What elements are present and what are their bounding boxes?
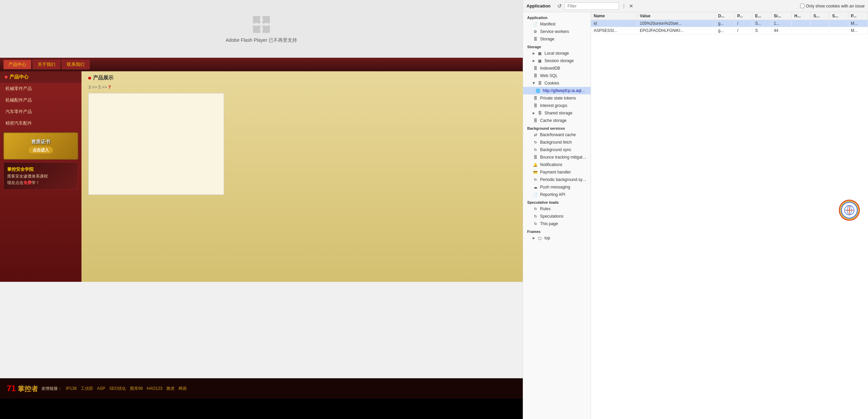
col-name[interactable]: Name <box>591 12 637 20</box>
col-p[interactable]: P... <box>734 12 752 20</box>
sidebar-dot <box>5 76 7 78</box>
footer-link-hao123[interactable]: HAO123 <box>147 386 162 391</box>
col-d[interactable]: D... <box>715 12 734 20</box>
nav-section-storage: Storage <box>523 43 591 50</box>
nav-section-application: Application <box>523 14 591 20</box>
nav-item-service-workers[interactable]: ⚙ Service workers <box>523 28 591 35</box>
table-row[interactable]: ASPSESSI... EPOJFAODHLFGNIKI... g... / S… <box>591 27 868 34</box>
manifest-label: Manifest <box>540 22 555 26</box>
ad-line1: 掌控安全学院 <box>7 166 74 173</box>
nav-item-payment-handler[interactable]: 💳 Payment handler <box>523 168 591 176</box>
friend-links-label: 友情链接： <box>41 386 62 391</box>
col-h[interactable]: H... <box>792 12 811 20</box>
nav-item-back-forward[interactable]: ⇄ Back/forward cache <box>523 131 591 139</box>
filter-input[interactable] <box>565 2 619 10</box>
ad-box[interactable]: 掌控安全学院 黑客安全渗透体系课程 现在点击免费学！ <box>3 162 78 190</box>
col-s2[interactable]: S... <box>829 12 848 20</box>
footer-link-ip138[interactable]: IP138 <box>66 386 76 391</box>
top-expand: ▶ <box>533 236 535 240</box>
nav-item-indexeddb[interactable]: 🗄 IndexedDB <box>523 65 591 72</box>
nav-item-periodic-bg-sync[interactable]: ↻ Periodic background sync <box>523 176 591 183</box>
private-state-label: Private state tokens <box>540 96 576 101</box>
cert-btn[interactable]: 点击进入 <box>29 147 53 153</box>
cookies-url-label: http://g8wepfcp.ia.aqlab.c... <box>543 88 587 93</box>
manifest-icon: 📄 <box>533 21 538 27</box>
speculations-icon: ↻ <box>533 214 538 219</box>
footer-link-asp[interactable]: ASP <box>97 386 105 391</box>
footer-link-seo[interactable]: SEO优化 <box>109 386 126 391</box>
devtools-header: Application ↺ ⋮ ✕ Only show cookies with… <box>523 0 868 12</box>
nav-item-cache-storage[interactable]: 🗄 Cache storage <box>523 117 591 124</box>
refresh-icon[interactable]: ↺ <box>557 3 562 9</box>
nav-item-shared-storage[interactable]: ▶ 🗄 Shared storage <box>523 109 591 117</box>
nav-item-rules[interactable]: ↻ Rules <box>523 205 591 213</box>
interest-groups-icon: 🗄 <box>533 103 538 108</box>
close-icon[interactable]: ✕ <box>629 3 633 9</box>
nav-item-top[interactable]: ▶ ▢ top <box>523 234 591 242</box>
bg-fetch-label: Background fetch <box>540 140 572 145</box>
cookie-h-aspsessi <box>792 27 811 34</box>
nav-item-private-state[interactable]: 🗄 Private state tokens <box>523 94 591 102</box>
col-si[interactable]: Si... <box>771 12 791 20</box>
local-storage-icon: ▦ <box>537 51 542 56</box>
only-show-cookies-checkbox-label[interactable]: Only show cookies with an issue <box>800 4 865 8</box>
table-row[interactable]: id 105%20union%20sel... g... / S... 1...… <box>591 20 868 27</box>
this-page-label: This page <box>540 221 558 226</box>
back-forward-label: Back/forward cache <box>540 132 576 137</box>
nav-item-manifest[interactable]: 📄 Manifest <box>523 20 591 28</box>
this-page-icon: ↻ <box>533 221 538 226</box>
footer-link-yahoo[interactable]: 雅虎 <box>166 386 174 391</box>
col-p2[interactable]: P... <box>848 12 868 20</box>
footer-link-tuku99[interactable]: 图库99 <box>130 386 143 391</box>
only-show-cookies-checkbox[interactable] <box>800 4 805 8</box>
devtools-content: Application 📄 Manifest ⚙ Service workers… <box>523 12 868 419</box>
payment-handler-label: Payment handler <box>540 170 571 175</box>
notifications-label: Notifications <box>540 162 562 167</box>
nav-item-web-sql[interactable]: 🗄 Web SQL <box>523 72 591 79</box>
nav-item-contact[interactable]: 联系我们 <box>62 60 90 69</box>
sidebar-link-auto-parts[interactable]: 汽车零件产品 <box>0 106 81 117</box>
cert-box[interactable]: 资质证书 点击进入 <box>3 132 78 160</box>
nav-item-storage[interactable]: 🗄 Storage <box>523 35 591 43</box>
footer-link-miit[interactable]: 工信部 <box>81 386 93 391</box>
nav-item-bg-fetch[interactable]: ↻ Background fetch <box>523 139 591 146</box>
nav-item-reporting-api[interactable]: 📄 Reporting API <box>523 191 591 198</box>
nav-item-session-storage[interactable]: ▶ ▦ Session storage <box>523 57 591 65</box>
nav-item-interest-groups[interactable]: 🗄 Interest groups <box>523 102 591 109</box>
cookie-p-id: / <box>734 20 752 27</box>
svg-rect-0 <box>253 16 260 23</box>
col-e[interactable]: E... <box>752 12 771 20</box>
periodic-bg-sync-label: Periodic background sync <box>540 177 587 182</box>
col-s[interactable]: S... <box>811 12 829 20</box>
nav-item-push-messaging[interactable]: ☁ Push messaging <box>523 183 591 191</box>
bg-fetch-icon: ↻ <box>533 140 538 145</box>
sidebar-link-mechanical-fittings[interactable]: 机械配件产品 <box>0 94 81 106</box>
session-storage-label: Session storage <box>544 58 574 63</box>
nav-item-cookies-url[interactable]: 🌐 http://g8wepfcp.ia.aqlab.c... <box>523 87 591 94</box>
nav-item-products[interactable]: 产品中心 <box>3 60 31 69</box>
col-value[interactable]: Value <box>637 12 715 20</box>
footer-link-163[interactable]: 网易 <box>179 386 187 391</box>
nav-item-notifications[interactable]: 🔔 Notifications <box>523 161 591 168</box>
reporting-api-label: Reporting API <box>540 192 565 197</box>
nav-item-bg-sync[interactable]: ↻ Background sync <box>523 146 591 153</box>
nav-item-bounce-tracking[interactable]: 🗄 Bounce tracking mitigations <box>523 153 591 161</box>
nav-item-this-page[interactable]: ↻ This page <box>523 220 591 227</box>
payment-handler-icon: 💳 <box>533 169 538 175</box>
sidebar-link-precision-parts[interactable]: 精密汽车配件 <box>0 117 81 129</box>
shared-storage-label: Shared storage <box>544 111 572 115</box>
cookie-p-aspsessi: / <box>734 27 752 34</box>
nav-item-local-storage[interactable]: ▶ ▦ Local storage <box>523 50 591 57</box>
nav-section-speculative: Speculative loads <box>523 198 591 205</box>
sidebar-link-mechanical-parts[interactable]: 机械零件产品 <box>0 83 81 94</box>
reporting-api-icon: 📄 <box>533 192 538 197</box>
bounce-tracking-icon: 🗄 <box>533 154 538 160</box>
nav-item-speculations[interactable]: ↻ Speculations <box>523 213 591 220</box>
nav-item-cookies[interactable]: ▶ 🗄 Cookies <box>523 79 591 87</box>
nav-item-about[interactable]: 关于我们 <box>33 60 60 69</box>
filter-options-icon[interactable]: ⋮ <box>622 3 626 9</box>
cookies-expand: ▶ <box>532 82 536 85</box>
cookies-url-icon: 🌐 <box>535 88 541 93</box>
flash-placeholder-area: Adobe Flash Player 已不再受支持 <box>0 0 523 58</box>
back-forward-icon: ⇄ <box>533 132 538 138</box>
